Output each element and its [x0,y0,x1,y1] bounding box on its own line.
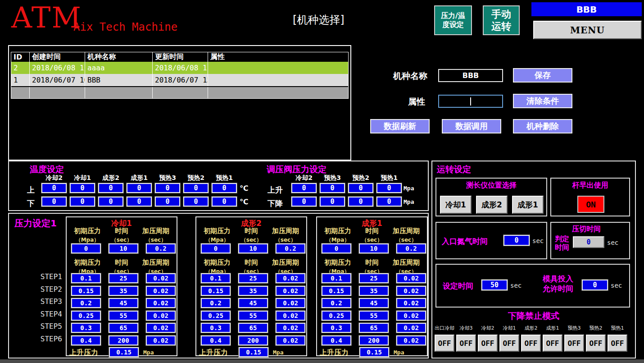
table-row[interactable]: 1 2018/06/07 10:23 BBB 2018/06/07 15:54 [11,74,348,86]
length-pos-forming1-button[interactable]: 成形1 [512,196,544,214]
step3-time-input[interactable]: 45 [359,298,389,308]
temp-down-input-2[interactable]: 0 [98,197,123,207]
valve-down-input-2[interactable]: 0 [348,197,373,207]
init-pressure-input[interactable]: 0 [322,244,351,253]
temp-up-input-0[interactable]: 0 [41,183,67,193]
step3-pressure-input[interactable]: 0.2 [322,298,351,308]
step2-cycle-input[interactable]: 0.02 [276,286,305,296]
temp-down-input-5[interactable]: 0 [183,197,209,207]
step2-pressure-input[interactable]: 0.15 [201,286,231,296]
temp-down-input-1[interactable]: 0 [70,197,95,207]
temp-up-input-1[interactable]: 0 [70,183,95,193]
nitrogen-time-input[interactable]: 0 [503,235,530,246]
init-time-input[interactable]: 10 [109,244,138,253]
temp-up-input-5[interactable]: 0 [183,183,209,193]
step4-time-input[interactable]: 55 [109,311,138,321]
save-button[interactable]: 保存 [513,68,572,83]
step6-pressure-input[interactable]: 0.4 [322,335,351,345]
descent-toggle-preheat1[interactable]: OFF [608,335,627,352]
step2-cycle-input[interactable]: 0.02 [396,286,426,296]
valve-down-input-0[interactable]: 0 [291,197,317,207]
step2-time-input[interactable]: 35 [109,286,138,296]
step3-time-input[interactable]: 45 [109,298,138,308]
descent-toggle-forming1[interactable]: OFF [543,335,562,352]
step2-cycle-input[interactable]: 0.02 [146,286,176,296]
temp-up-input-4[interactable]: 0 [155,183,180,193]
init-time-input[interactable]: 10 [238,244,268,253]
clear-condition-button[interactable]: 清除条件 [513,94,572,108]
step5-time-input[interactable]: 65 [359,323,389,333]
step5-time-input[interactable]: 65 [238,323,268,333]
menu-button[interactable]: MENU [533,21,642,39]
step2-time-input[interactable]: 35 [238,286,268,296]
init-pressure-input[interactable]: 0 [71,244,101,253]
step1-pressure-input[interactable]: 0.1 [201,273,231,283]
temp-up-input-3[interactable]: 0 [127,183,152,193]
step1-time-input[interactable]: 25 [359,273,389,283]
step2-time-input[interactable]: 35 [359,286,389,296]
step5-time-input[interactable]: 65 [109,323,138,333]
init-cycle-input[interactable]: 0.2 [396,244,426,253]
step4-pressure-input[interactable]: 0.25 [322,311,351,321]
rise-pressure-input[interactable]: 0.15 [359,347,389,357]
step6-cycle-input[interactable]: 0.02 [276,335,305,345]
step3-cycle-input[interactable]: 0.02 [276,298,305,308]
step2-pressure-input[interactable]: 0.15 [71,286,101,296]
step3-time-input[interactable]: 45 [238,298,268,308]
descent-toggle-preheat3[interactable]: OFF [564,335,584,352]
init-pressure-input[interactable]: 0 [201,244,231,253]
rise-pressure-input[interactable]: 0.15 [109,347,139,357]
manual-operation-button[interactable]: 手动 运转 [483,5,520,35]
step5-cycle-input[interactable]: 0.02 [396,323,426,333]
descent-toggle-preheat2[interactable]: OFF [586,335,606,352]
descent-toggle-outlet-cooling[interactable]: OFF [435,335,454,352]
length-pos-cooling1-button[interactable]: 冷却1 [440,196,472,214]
step6-cycle-input[interactable]: 0.02 [396,335,426,345]
descent-toggle-cooling2[interactable]: OFF [478,335,498,352]
step3-pressure-input[interactable]: 0.2 [201,298,231,308]
init-cycle-input[interactable]: 0.2 [276,244,305,253]
temp-down-input-3[interactable]: 0 [127,197,152,207]
descent-toggle-forming2[interactable]: OFF [521,335,541,352]
step1-pressure-input[interactable]: 0.1 [71,273,101,283]
step4-cycle-input[interactable]: 0.02 [146,311,176,321]
step4-pressure-input[interactable]: 0.25 [71,311,101,321]
init-time-input[interactable]: 10 [359,244,389,253]
temp-down-input-0[interactable]: 0 [41,197,67,207]
step1-cycle-input[interactable]: 0.02 [276,273,305,283]
step1-cycle-input[interactable]: 0.02 [396,273,426,283]
valve-down-input-1[interactable]: 0 [320,197,345,207]
step6-time-input[interactable]: 200 [359,335,389,345]
step4-time-input[interactable]: 55 [238,311,268,321]
step6-time-input[interactable]: 200 [238,335,268,345]
step6-time-input[interactable]: 200 [109,335,138,345]
valve-up-input-3[interactable]: 0 [376,183,402,193]
temp-down-input-4[interactable]: 0 [155,197,180,207]
data-refresh-button[interactable]: 数据刷新 [370,119,430,133]
step6-pressure-input[interactable]: 0.4 [201,335,231,345]
temp-down-input-6[interactable]: 0 [212,197,237,207]
mold-insert-time-input[interactable]: 0 [582,280,608,290]
step1-time-input[interactable]: 25 [109,273,138,283]
descent-toggle-cooling3[interactable]: OFF [456,335,476,352]
step4-cycle-input[interactable]: 0.02 [396,311,426,321]
step4-pressure-input[interactable]: 0.25 [201,311,231,321]
step1-time-input[interactable]: 25 [238,273,268,283]
machine-name-input[interactable]: BBB [438,69,503,82]
machine-delete-button[interactable]: 机种删除 [513,119,572,133]
init-cycle-input[interactable]: 0.2 [146,244,176,253]
step6-cycle-input[interactable]: 0.02 [146,335,176,345]
step1-cycle-input[interactable]: 0.02 [146,273,176,283]
step5-pressure-input[interactable]: 0.3 [201,323,231,333]
table-row-selected[interactable]: 2 2018/06/08 11:28 aaaa 2018/06/08 11:30 [11,62,348,74]
temp-up-input-2[interactable]: 0 [98,183,123,193]
step3-cycle-input[interactable]: 0.02 [146,298,176,308]
step1-pressure-input[interactable]: 0.1 [322,273,351,283]
valve-up-input-2[interactable]: 0 [348,183,373,193]
step2-pressure-input[interactable]: 0.15 [322,286,351,296]
length-pos-forming2-button[interactable]: 成形2 [476,196,508,214]
step4-cycle-input[interactable]: 0.02 [276,311,305,321]
rod-early-out-toggle[interactable]: ON [577,196,604,213]
data-recall-button[interactable]: 数据调用 [442,119,501,133]
attribute-input[interactable] [438,95,503,108]
